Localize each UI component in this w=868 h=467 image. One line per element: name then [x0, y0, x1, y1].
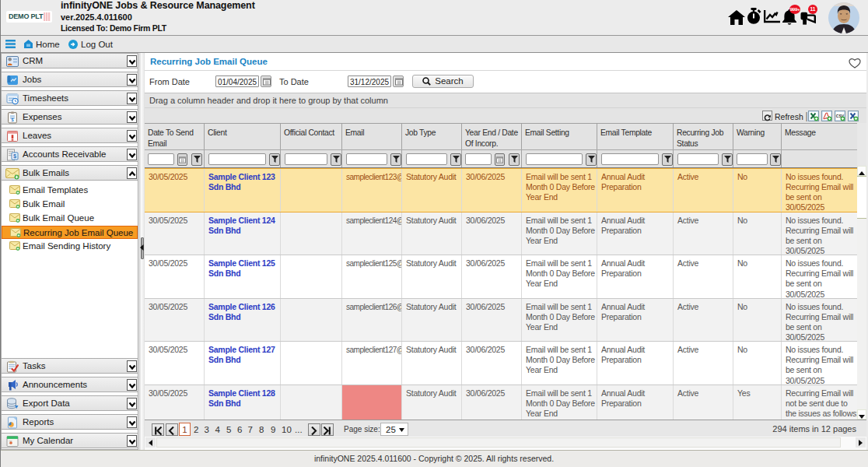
svg-text:$: $	[11, 118, 13, 122]
